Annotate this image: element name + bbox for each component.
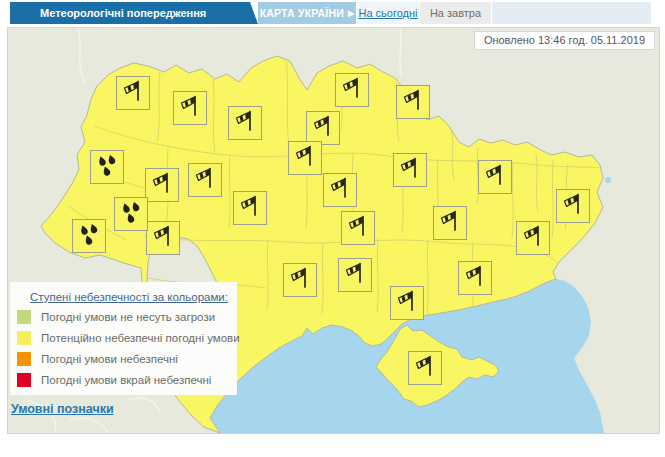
- windsock-icon: [292, 143, 318, 173]
- legend-item-label: Погодні умови не несуть загрози: [41, 311, 215, 323]
- windsock-icon: [482, 162, 508, 192]
- windsock-warning-marker[interactable]: [516, 221, 550, 255]
- windsock-warning-marker[interactable]: [390, 286, 424, 320]
- windsock-warning-marker[interactable]: [478, 160, 512, 194]
- windsock-warning-marker[interactable]: [288, 141, 322, 175]
- windsock-icon: [192, 165, 218, 195]
- legend-item: Потенційно небезпечні погодні умови: [17, 331, 237, 345]
- legend-swatch-green: [17, 310, 31, 324]
- page: Метеорологічні попередження КАРТА УКРАЇН…: [0, 0, 665, 457]
- legend-swatch-red: [17, 373, 31, 387]
- windsock-icon: [412, 353, 438, 383]
- tab-tomorrow[interactable]: На завтра: [420, 2, 491, 24]
- windsock-icon: [327, 175, 353, 205]
- windsock-icon: [237, 193, 263, 223]
- legend-item-label: Погодні умови небезпечні: [41, 353, 178, 365]
- windsock-icon: [560, 191, 586, 221]
- updated-timestamp: Оновлено 13:46 год. 05.11.2019: [474, 31, 655, 50]
- windsock-warning-marker[interactable]: [233, 191, 267, 225]
- legend-item: Погодні умови вкрай небезпечні: [17, 373, 237, 387]
- windsock-icon: [520, 223, 546, 253]
- tab-bar-filler: [492, 2, 651, 24]
- chevron-right-icon: ▶: [348, 9, 354, 18]
- windsock-icon: [462, 263, 488, 293]
- windsock-warning-marker[interactable]: [556, 189, 590, 223]
- windsock-warning-marker[interactable]: [116, 76, 150, 110]
- windsock-warning-marker[interactable]: [323, 173, 357, 207]
- legend-item: Погодні умови небезпечні: [17, 352, 237, 366]
- windsock-warning-marker[interactable]: [433, 206, 467, 240]
- windsock-icon: [177, 93, 203, 123]
- windsock-icon: [345, 213, 371, 243]
- windsock-warning-marker[interactable]: [146, 221, 180, 255]
- raindrops-icon: [94, 152, 120, 182]
- legend-item-label: Погодні умови вкрай небезпечні: [41, 374, 211, 386]
- windsock-icon: [120, 78, 146, 108]
- windsock-icon: [149, 170, 175, 200]
- windsock-warning-marker[interactable]: [338, 258, 372, 292]
- windsock-warning-marker[interactable]: [335, 73, 369, 107]
- map-panel: Оновлено 13:46 год. 05.11.2019 Ступені н…: [7, 27, 660, 434]
- windsock-warning-marker[interactable]: [228, 106, 262, 140]
- windsock-icon: [150, 223, 176, 253]
- windsock-icon: [400, 87, 426, 117]
- windsock-icon: [310, 113, 336, 143]
- legend-item-label: Потенційно небезпечні погодні умови: [41, 332, 240, 344]
- legend-swatch-yellow: [17, 331, 31, 345]
- windsock-icon: [342, 260, 368, 290]
- windsock-warning-marker[interactable]: [408, 351, 442, 385]
- windsock-icon: [287, 265, 313, 295]
- windsock-icon: [397, 155, 423, 185]
- windsock-warning-marker[interactable]: [173, 91, 207, 125]
- tab-karta-ukrainy[interactable]: КАРТА УКРАЇНИ ▶: [258, 2, 356, 24]
- legend-box: Ступені небезпечності за кольорами: Пого…: [10, 282, 237, 395]
- windsock-warning-marker[interactable]: [306, 111, 340, 145]
- windsock-warning-marker[interactable]: [283, 263, 317, 297]
- raindrops-warning-marker[interactable]: [90, 150, 124, 184]
- reservoir-dot: [605, 177, 611, 183]
- raindrops-warning-marker[interactable]: [114, 197, 148, 231]
- legend-link[interactable]: Умовні позначки: [11, 402, 114, 416]
- legend-swatch-orange: [17, 352, 31, 366]
- tab-karta-ukrainy-label: КАРТА УКРАЇНИ: [260, 7, 344, 19]
- legend-item: Погодні умови не несуть загрози: [17, 310, 237, 324]
- windsock-warning-marker[interactable]: [393, 153, 427, 187]
- raindrops-icon: [76, 221, 102, 251]
- windsock-icon: [437, 208, 463, 238]
- tab-meteo-warnings[interactable]: Метеорологічні попередження: [10, 2, 258, 24]
- windsock-icon: [339, 75, 365, 105]
- windsock-warning-marker[interactable]: [458, 261, 492, 295]
- windsock-icon: [394, 288, 420, 318]
- tab-bar: Метеорологічні попередження КАРТА УКРАЇН…: [0, 2, 665, 24]
- tab-meteo-warnings-label: Метеорологічні попередження: [40, 7, 206, 19]
- windsock-warning-marker[interactable]: [341, 211, 375, 245]
- legend-title: Ступені небезпечності за кольорами:: [30, 291, 237, 303]
- windsock-warning-marker[interactable]: [396, 85, 430, 119]
- windsock-warning-marker[interactable]: [145, 168, 179, 202]
- raindrops-warning-marker[interactable]: [72, 219, 106, 253]
- tab-today[interactable]: На сьогодні: [357, 2, 419, 24]
- windsock-warning-marker[interactable]: [188, 163, 222, 197]
- raindrops-icon: [118, 199, 144, 229]
- windsock-icon: [232, 108, 258, 138]
